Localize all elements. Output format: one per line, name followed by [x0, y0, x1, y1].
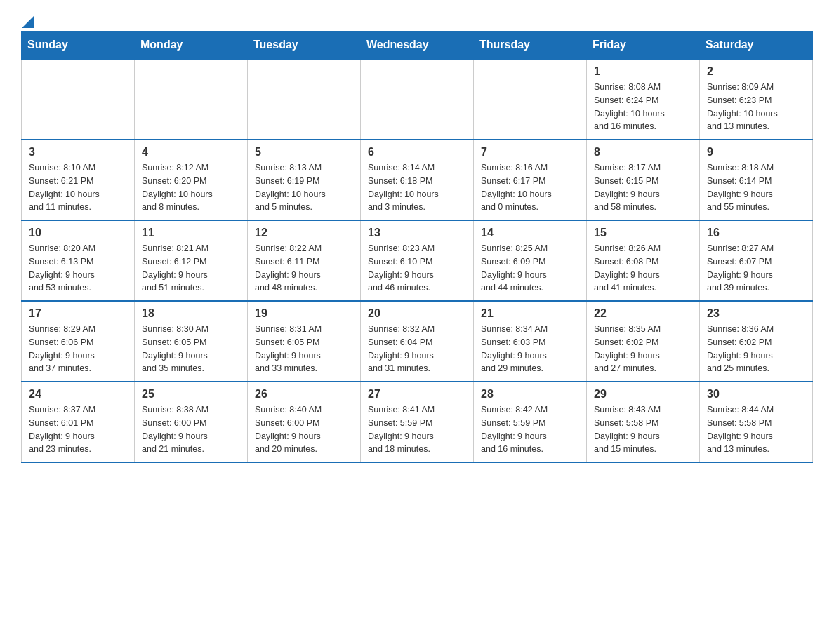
day-info: Sunrise: 8:36 AM Sunset: 6:02 PM Dayligh…	[707, 323, 805, 375]
calendar-cell: 12Sunrise: 8:22 AM Sunset: 6:11 PM Dayli…	[248, 220, 361, 301]
day-number: 10	[29, 227, 127, 239]
calendar-cell: 2Sunrise: 8:09 AM Sunset: 6:23 PM Daylig…	[700, 59, 813, 140]
calendar-cell: 21Sunrise: 8:34 AM Sunset: 6:03 PM Dayli…	[474, 301, 587, 382]
day-info: Sunrise: 8:43 AM Sunset: 5:58 PM Dayligh…	[594, 403, 692, 456]
page-header	[21, 14, 813, 24]
calendar-cell: 24Sunrise: 8:37 AM Sunset: 6:01 PM Dayli…	[22, 382, 135, 462]
calendar-cell: 14Sunrise: 8:25 AM Sunset: 6:09 PM Dayli…	[474, 220, 587, 301]
day-number: 27	[368, 388, 466, 401]
day-number: 14	[481, 227, 579, 239]
day-number: 22	[594, 307, 692, 320]
calendar-cell: 7Sunrise: 8:16 AM Sunset: 6:17 PM Daylig…	[474, 140, 587, 220]
day-info: Sunrise: 8:22 AM Sunset: 6:11 PM Dayligh…	[255, 242, 353, 295]
calendar-cell: 18Sunrise: 8:30 AM Sunset: 6:05 PM Dayli…	[135, 301, 248, 382]
day-info: Sunrise: 8:34 AM Sunset: 6:03 PM Dayligh…	[481, 323, 579, 375]
logo	[21, 14, 34, 24]
day-number: 7	[481, 146, 579, 159]
day-info: Sunrise: 8:32 AM Sunset: 6:04 PM Dayligh…	[368, 323, 466, 375]
weekday-header-monday: Monday	[135, 32, 248, 60]
calendar-cell	[361, 59, 474, 140]
calendar-cell: 3Sunrise: 8:10 AM Sunset: 6:21 PM Daylig…	[22, 140, 135, 220]
day-info: Sunrise: 8:12 AM Sunset: 6:20 PM Dayligh…	[142, 161, 240, 214]
day-number: 1	[594, 65, 692, 78]
calendar-cell: 13Sunrise: 8:23 AM Sunset: 6:10 PM Dayli…	[361, 220, 474, 301]
day-info: Sunrise: 8:14 AM Sunset: 6:18 PM Dayligh…	[368, 161, 466, 214]
day-info: Sunrise: 8:35 AM Sunset: 6:02 PM Dayligh…	[594, 323, 692, 375]
day-info: Sunrise: 8:27 AM Sunset: 6:07 PM Dayligh…	[707, 242, 805, 295]
day-info: Sunrise: 8:40 AM Sunset: 6:00 PM Dayligh…	[255, 403, 353, 456]
day-number: 3	[29, 146, 127, 159]
weekday-header-sunday: Sunday	[22, 32, 135, 60]
day-info: Sunrise: 8:41 AM Sunset: 5:59 PM Dayligh…	[368, 403, 466, 456]
logo-arrow-icon	[22, 15, 34, 28]
day-number: 8	[594, 146, 692, 159]
day-info: Sunrise: 8:37 AM Sunset: 6:01 PM Dayligh…	[29, 403, 127, 456]
calendar-cell: 26Sunrise: 8:40 AM Sunset: 6:00 PM Dayli…	[248, 382, 361, 462]
weekday-header-saturday: Saturday	[700, 32, 813, 60]
day-number: 13	[368, 227, 466, 239]
calendar-cell: 25Sunrise: 8:38 AM Sunset: 6:00 PM Dayli…	[135, 382, 248, 462]
day-number: 17	[29, 307, 127, 320]
week-row-1: 1Sunrise: 8:08 AM Sunset: 6:24 PM Daylig…	[22, 59, 813, 140]
day-number: 9	[707, 146, 805, 159]
week-row-2: 3Sunrise: 8:10 AM Sunset: 6:21 PM Daylig…	[22, 140, 813, 220]
calendar-cell: 20Sunrise: 8:32 AM Sunset: 6:04 PM Dayli…	[361, 301, 474, 382]
weekday-header-row: SundayMondayTuesdayWednesdayThursdayFrid…	[22, 32, 813, 60]
calendar-cell: 6Sunrise: 8:14 AM Sunset: 6:18 PM Daylig…	[361, 140, 474, 220]
calendar-cell	[135, 59, 248, 140]
calendar-cell: 23Sunrise: 8:36 AM Sunset: 6:02 PM Dayli…	[700, 301, 813, 382]
day-number: 18	[142, 307, 240, 320]
day-number: 24	[29, 388, 127, 401]
calendar-cell: 5Sunrise: 8:13 AM Sunset: 6:19 PM Daylig…	[248, 140, 361, 220]
day-number: 15	[594, 227, 692, 239]
weekday-header-thursday: Thursday	[474, 32, 587, 60]
calendar-cell: 22Sunrise: 8:35 AM Sunset: 6:02 PM Dayli…	[587, 301, 700, 382]
week-row-5: 24Sunrise: 8:37 AM Sunset: 6:01 PM Dayli…	[22, 382, 813, 462]
day-number: 29	[594, 388, 692, 401]
day-info: Sunrise: 8:31 AM Sunset: 6:05 PM Dayligh…	[255, 323, 353, 375]
day-number: 4	[142, 146, 240, 159]
day-number: 6	[368, 146, 466, 159]
day-info: Sunrise: 8:10 AM Sunset: 6:21 PM Dayligh…	[29, 161, 127, 214]
weekday-header-friday: Friday	[587, 32, 700, 60]
calendar-cell	[248, 59, 361, 140]
day-number: 2	[707, 65, 805, 78]
day-info: Sunrise: 8:16 AM Sunset: 6:17 PM Dayligh…	[481, 161, 579, 214]
week-row-3: 10Sunrise: 8:20 AM Sunset: 6:13 PM Dayli…	[22, 220, 813, 301]
day-info: Sunrise: 8:09 AM Sunset: 6:23 PM Dayligh…	[707, 81, 805, 133]
day-number: 21	[481, 307, 579, 320]
calendar-cell: 9Sunrise: 8:18 AM Sunset: 6:14 PM Daylig…	[700, 140, 813, 220]
day-info: Sunrise: 8:13 AM Sunset: 6:19 PM Dayligh…	[255, 161, 353, 214]
calendar-cell	[22, 59, 135, 140]
day-info: Sunrise: 8:42 AM Sunset: 5:59 PM Dayligh…	[481, 403, 579, 456]
day-info: Sunrise: 8:29 AM Sunset: 6:06 PM Dayligh…	[29, 323, 127, 375]
week-row-4: 17Sunrise: 8:29 AM Sunset: 6:06 PM Dayli…	[22, 301, 813, 382]
calendar-cell: 30Sunrise: 8:44 AM Sunset: 5:58 PM Dayli…	[700, 382, 813, 462]
calendar-cell: 16Sunrise: 8:27 AM Sunset: 6:07 PM Dayli…	[700, 220, 813, 301]
day-number: 19	[255, 307, 353, 320]
day-info: Sunrise: 8:25 AM Sunset: 6:09 PM Dayligh…	[481, 242, 579, 295]
day-info: Sunrise: 8:20 AM Sunset: 6:13 PM Dayligh…	[29, 242, 127, 295]
day-number: 5	[255, 146, 353, 159]
day-info: Sunrise: 8:17 AM Sunset: 6:15 PM Dayligh…	[594, 161, 692, 214]
calendar-cell	[474, 59, 587, 140]
day-number: 16	[707, 227, 805, 239]
day-info: Sunrise: 8:44 AM Sunset: 5:58 PM Dayligh…	[707, 403, 805, 456]
day-number: 23	[707, 307, 805, 320]
calendar-cell: 4Sunrise: 8:12 AM Sunset: 6:20 PM Daylig…	[135, 140, 248, 220]
calendar-cell: 15Sunrise: 8:26 AM Sunset: 6:08 PM Dayli…	[587, 220, 700, 301]
day-info: Sunrise: 8:30 AM Sunset: 6:05 PM Dayligh…	[142, 323, 240, 375]
day-number: 28	[481, 388, 579, 401]
day-info: Sunrise: 8:08 AM Sunset: 6:24 PM Dayligh…	[594, 81, 692, 133]
day-info: Sunrise: 8:18 AM Sunset: 6:14 PM Dayligh…	[707, 161, 805, 214]
weekday-header-wednesday: Wednesday	[361, 32, 474, 60]
calendar-cell: 1Sunrise: 8:08 AM Sunset: 6:24 PM Daylig…	[587, 59, 700, 140]
day-number: 20	[368, 307, 466, 320]
day-number: 30	[707, 388, 805, 401]
calendar-cell: 17Sunrise: 8:29 AM Sunset: 6:06 PM Dayli…	[22, 301, 135, 382]
day-info: Sunrise: 8:23 AM Sunset: 6:10 PM Dayligh…	[368, 242, 466, 295]
calendar-cell: 10Sunrise: 8:20 AM Sunset: 6:13 PM Dayli…	[22, 220, 135, 301]
day-info: Sunrise: 8:21 AM Sunset: 6:12 PM Dayligh…	[142, 242, 240, 295]
day-info: Sunrise: 8:38 AM Sunset: 6:00 PM Dayligh…	[142, 403, 240, 456]
calendar-cell: 19Sunrise: 8:31 AM Sunset: 6:05 PM Dayli…	[248, 301, 361, 382]
